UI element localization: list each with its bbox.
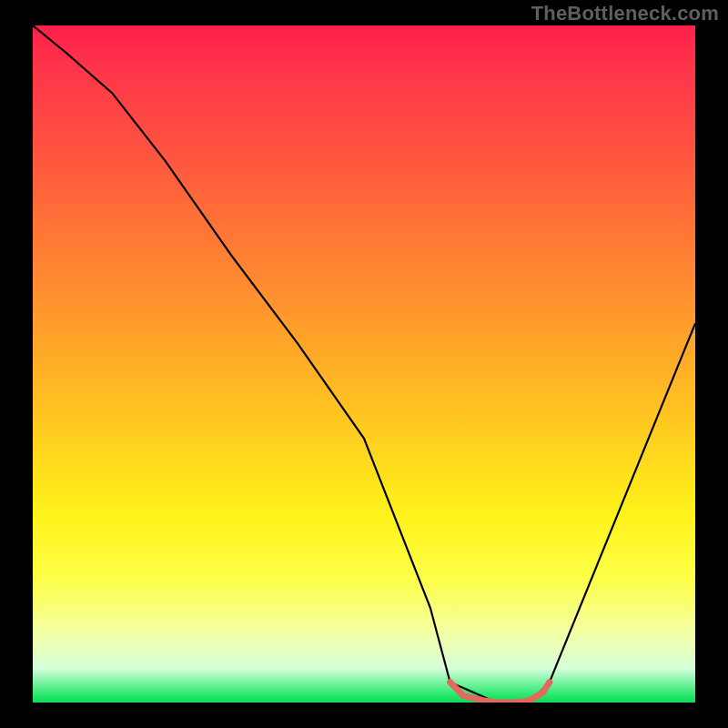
chart-frame: TheBottleneck.com xyxy=(0,0,728,728)
plot-area xyxy=(33,25,695,703)
bottleneck-curve xyxy=(33,25,695,703)
optimal-range xyxy=(450,682,550,703)
curve-layer xyxy=(33,25,695,703)
watermark-label: TheBottleneck.com xyxy=(531,2,719,25)
